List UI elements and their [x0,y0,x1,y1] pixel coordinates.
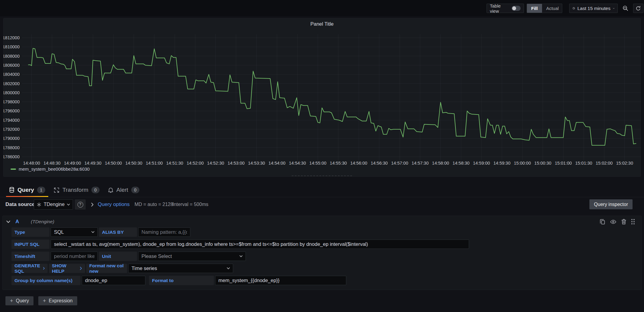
chart-legend[interactable]: mem_system_bee006bbe28a:6030 [11,166,90,172]
query-footer: + Query + Expression [5,296,77,305]
chevron-down-icon [67,204,70,206]
format-select[interactable]: Time series [128,264,233,273]
add-query-button[interactable]: + Query [5,296,33,305]
tab-query-label: Query [17,187,34,193]
show-help-button[interactable]: SHOW HELP [49,264,85,273]
timeseries-panel: Panel Title 1786000178800017900001792000… [3,18,641,177]
alias-by-label: ALIAS BY [99,227,137,237]
time-range-label: Last 15 minutes [577,6,610,11]
type-select[interactable]: SQL [51,227,98,237]
plus-icon: + [43,298,46,304]
eye-icon[interactable] [610,220,616,224]
timeseries-chart[interactable]: 1786000178800017900001792000179400017960… [4,27,641,166]
chevron-right-icon[interactable] [91,203,94,207]
x-axis-tick-label: 14:52:30 [207,161,224,166]
query-datasource-hint: (TDengine) [31,219,54,224]
tab-transform-count: 0 [91,187,100,193]
x-axis-tick-label: 15:01:30 [575,161,592,166]
query-options-link[interactable]: Query options [98,201,130,207]
duplicate-icon[interactable] [600,219,605,224]
caret-down-icon [240,255,243,257]
legend-series-marker [11,169,16,170]
tab-query[interactable]: Query 1 [5,183,49,197]
fill-option[interactable]: Fill [527,4,542,13]
tab-alert[interactable]: Alert 0 [104,183,144,197]
drag-grip-icon[interactable] [631,219,635,224]
x-axis-tick-label: 14:55:00 [309,161,326,166]
table-view-label: Table view [490,3,509,14]
x-axis-tick-label: 14:55:30 [330,161,347,166]
query-header[interactable]: A (TDengine) [3,216,641,227]
show-help-label: SHOW HELP [52,263,80,274]
unit-select-placeholder: Please Select [141,253,172,259]
unit-label: Unit [99,252,137,261]
y-axis-tick-label: 1808000 [4,54,20,59]
y-axis-tick-label: 1812000 [4,35,20,40]
fill-actual-switch: Fill Actual [527,4,562,13]
tab-transform[interactable]: Transform 0 [49,183,104,197]
x-axis-tick-label: 14:59:00 [473,161,490,166]
datasource-picker[interactable]: TDengine [34,199,73,210]
y-axis-tick-label: 1788000 [4,145,20,150]
generate-sql-button[interactable]: GENERATE SQL [11,264,48,273]
collapse-chevron-icon[interactable] [6,220,10,223]
tdengine-logo-icon [37,202,41,207]
timeshift-row: Timeshift Unit Please Select [3,252,641,261]
type-label: Type [11,227,49,237]
group-by-input[interactable] [82,276,145,285]
y-axis-tick-label: 1786000 [4,154,20,159]
x-axis-tick-label: 14:48:30 [43,161,60,166]
format-to-input[interactable] [215,276,346,285]
panel-title[interactable]: Panel Title [4,21,640,27]
bell-icon [108,187,113,193]
x-axis-tick-label: 15:00:00 [514,161,531,166]
zoom-out-button[interactable] [620,4,631,13]
query-header-actions [600,216,635,227]
x-axis-tick-label: 14:54:00 [268,161,285,166]
unit-select[interactable]: Please Select [138,252,246,261]
actual-option[interactable]: Actual [542,4,563,13]
chevron-right-icon [43,267,45,270]
interval-text: Interval = 500ms [173,202,208,207]
y-axis-tick-label: 1794000 [4,118,20,123]
table-view-toggle[interactable] [512,6,521,11]
legend-series-label: mem_system_bee006bbe28a:6030 [19,166,90,172]
alias-by-input[interactable] [138,227,190,237]
caret-down-icon [91,231,94,233]
add-expression-button[interactable]: + Expression [38,296,77,305]
datasource-bar: Data source TDengine ? Query options MD … [0,199,644,211]
datasource-name: TDengine [44,202,65,207]
tab-query-count: 1 [37,187,45,193]
x-axis-tick-label: 14:53:00 [227,161,244,166]
query-inspector-button[interactable]: Query inspector [589,199,633,209]
transform-icon [54,187,59,193]
type-select-value: SQL [54,229,64,235]
y-axis-tick-label: 1796000 [4,108,20,113]
input-sql-label: INPUT SQL [11,240,49,249]
input-sql-field[interactable] [51,240,469,249]
group-by-row: Group by column name(s) Format to [3,276,641,285]
x-axis-tick-label: 14:50:30 [125,161,142,166]
x-axis-tick-label: 14:48:00 [23,161,40,166]
tab-alert-label: Alert [116,187,128,193]
x-axis-tick-label: 14:58:30 [452,161,469,166]
x-axis-tick-label: 14:57:00 [391,161,408,166]
y-axis-tick-label: 1802000 [4,81,20,86]
table-view-group: Table view [487,4,524,13]
refresh-button[interactable] [633,4,643,13]
panel-resize-handle[interactable] [292,175,352,176]
y-axis-tick-label: 1804000 [4,72,20,77]
trash-icon[interactable] [621,219,626,224]
help-icon: ? [78,202,83,207]
x-axis-tick-label: 14:58:00 [432,161,449,166]
x-axis-tick-label: 15:02:30 [616,161,633,166]
x-axis-tick-label: 14:49:30 [84,161,101,166]
timeshift-label: Timeshift [11,252,49,261]
datasource-help-button[interactable]: ? [75,199,86,210]
time-range-picker[interactable]: Last 15 minutes [569,4,618,13]
group-by-label: Group by column name(s) [11,276,81,285]
timeshift-input[interactable] [51,252,98,261]
y-axis-tick-label: 1798000 [4,99,20,104]
plus-icon: + [10,298,13,304]
x-axis-tick-label: 14:51:30 [166,161,183,166]
